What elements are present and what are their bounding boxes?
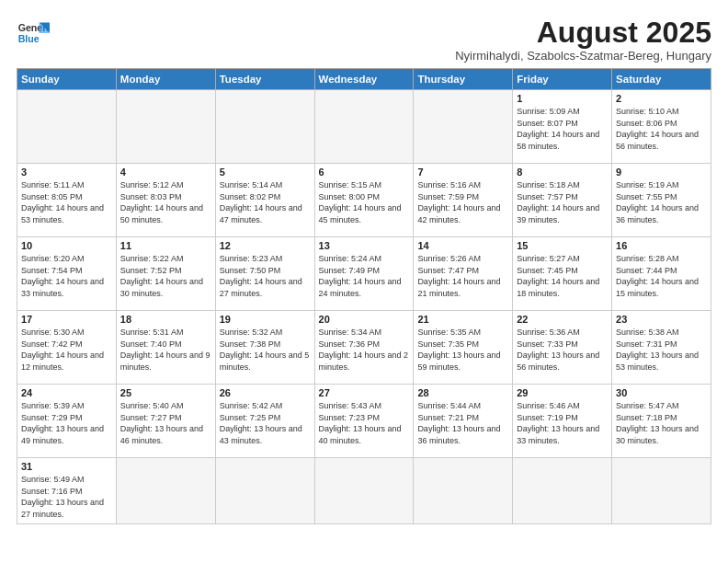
day-info: Sunrise: 5:32 AM Sunset: 7:38 PM Dayligh… (220, 327, 311, 373)
day-number: 4 (120, 167, 211, 178)
day-number: 26 (220, 387, 311, 398)
table-row (414, 458, 513, 523)
table-row: 13Sunrise: 5:24 AM Sunset: 7:49 PM Dayli… (314, 237, 414, 311)
col-tuesday: Tuesday (215, 69, 314, 90)
calendar-week-row: 10Sunrise: 5:20 AM Sunset: 7:54 PM Dayli… (17, 237, 711, 311)
day-info: Sunrise: 5:42 AM Sunset: 7:25 PM Dayligh… (220, 400, 311, 446)
day-number: 27 (319, 387, 410, 398)
table-row: 27Sunrise: 5:43 AM Sunset: 7:23 PM Dayli… (314, 385, 414, 458)
table-row: 3Sunrise: 5:11 AM Sunset: 8:05 PM Daylig… (17, 164, 117, 237)
calendar-header-row: Sunday Monday Tuesday Wednesday Thursday… (17, 69, 711, 90)
day-info: Sunrise: 5:44 AM Sunset: 7:21 PM Dayligh… (417, 400, 508, 446)
day-number: 20 (319, 314, 410, 325)
day-number: 15 (517, 240, 608, 251)
table-row (116, 90, 215, 164)
title-area: August 2025 Nyirmihalydi, Szabolcs-Szatm… (455, 17, 711, 63)
table-row: 14Sunrise: 5:26 AM Sunset: 7:47 PM Dayli… (414, 237, 513, 311)
day-info: Sunrise: 5:15 AM Sunset: 8:00 PM Dayligh… (319, 179, 410, 225)
col-wednesday: Wednesday (314, 69, 414, 90)
table-row (17, 90, 117, 164)
table-row: 1Sunrise: 5:09 AM Sunset: 8:07 PM Daylig… (513, 90, 612, 164)
table-row: 10Sunrise: 5:20 AM Sunset: 7:54 PM Dayli… (17, 237, 117, 311)
table-row: 28Sunrise: 5:44 AM Sunset: 7:21 PM Dayli… (414, 385, 513, 458)
day-number: 5 (220, 167, 311, 178)
day-info: Sunrise: 5:19 AM Sunset: 7:55 PM Dayligh… (616, 179, 707, 225)
table-row: 12Sunrise: 5:23 AM Sunset: 7:50 PM Dayli… (215, 237, 314, 311)
day-number: 19 (220, 314, 311, 325)
col-saturday: Saturday (612, 69, 711, 90)
table-row: 16Sunrise: 5:28 AM Sunset: 7:44 PM Dayli… (612, 237, 711, 311)
table-row: 5Sunrise: 5:14 AM Sunset: 8:02 PM Daylig… (215, 164, 314, 237)
day-info: Sunrise: 5:18 AM Sunset: 7:57 PM Dayligh… (517, 179, 608, 225)
day-info: Sunrise: 5:10 AM Sunset: 8:06 PM Dayligh… (616, 106, 707, 152)
day-info: Sunrise: 5:28 AM Sunset: 7:44 PM Dayligh… (616, 253, 707, 299)
day-number: 1 (517, 93, 608, 104)
calendar-week-row: 24Sunrise: 5:39 AM Sunset: 7:29 PM Dayli… (17, 385, 711, 458)
day-number: 24 (21, 387, 112, 398)
day-info: Sunrise: 5:24 AM Sunset: 7:49 PM Dayligh… (319, 253, 410, 299)
calendar-week-row: 31Sunrise: 5:49 AM Sunset: 7:16 PM Dayli… (17, 458, 711, 523)
table-row: 7Sunrise: 5:16 AM Sunset: 7:59 PM Daylig… (414, 164, 513, 237)
day-info: Sunrise: 5:35 AM Sunset: 7:35 PM Dayligh… (417, 327, 508, 373)
col-monday: Monday (116, 69, 215, 90)
day-number: 25 (120, 387, 211, 398)
table-row: 9Sunrise: 5:19 AM Sunset: 7:55 PM Daylig… (612, 164, 711, 237)
day-number: 10 (21, 240, 112, 251)
location: Nyirmihalydi, Szabolcs-Szatmar-Bereg, Hu… (455, 49, 711, 63)
day-info: Sunrise: 5:30 AM Sunset: 7:42 PM Dayligh… (21, 327, 112, 373)
day-info: Sunrise: 5:22 AM Sunset: 7:52 PM Dayligh… (120, 253, 211, 299)
day-info: Sunrise: 5:26 AM Sunset: 7:47 PM Dayligh… (417, 253, 508, 299)
table-row: 24Sunrise: 5:39 AM Sunset: 7:29 PM Dayli… (17, 385, 117, 458)
day-number: 11 (120, 240, 211, 251)
table-row: 8Sunrise: 5:18 AM Sunset: 7:57 PM Daylig… (513, 164, 612, 237)
table-row: 23Sunrise: 5:38 AM Sunset: 7:31 PM Dayli… (612, 311, 711, 385)
table-row: 29Sunrise: 5:46 AM Sunset: 7:19 PM Dayli… (513, 385, 612, 458)
table-row (612, 458, 711, 523)
day-number: 16 (616, 240, 707, 251)
col-friday: Friday (513, 69, 612, 90)
day-number: 12 (220, 240, 311, 251)
day-number: 18 (120, 314, 211, 325)
table-row: 18Sunrise: 5:31 AM Sunset: 7:40 PM Dayli… (116, 311, 215, 385)
table-row: 21Sunrise: 5:35 AM Sunset: 7:35 PM Dayli… (414, 311, 513, 385)
month-title: August 2025 (455, 17, 711, 49)
col-sunday: Sunday (17, 69, 117, 90)
day-info: Sunrise: 5:23 AM Sunset: 7:50 PM Dayligh… (220, 253, 311, 299)
day-number: 8 (517, 167, 608, 178)
calendar: Sunday Monday Tuesday Wednesday Thursday… (17, 68, 711, 523)
day-info: Sunrise: 5:36 AM Sunset: 7:33 PM Dayligh… (517, 327, 608, 373)
logo: General Blue (17, 17, 50, 50)
day-info: Sunrise: 5:09 AM Sunset: 8:07 PM Dayligh… (517, 106, 608, 152)
table-row: 2Sunrise: 5:10 AM Sunset: 8:06 PM Daylig… (612, 90, 711, 164)
table-row: 15Sunrise: 5:27 AM Sunset: 7:45 PM Dayli… (513, 237, 612, 311)
day-info: Sunrise: 5:16 AM Sunset: 7:59 PM Dayligh… (417, 179, 508, 225)
day-number: 21 (417, 314, 508, 325)
day-number: 31 (21, 461, 112, 472)
table-row: 25Sunrise: 5:40 AM Sunset: 7:27 PM Dayli… (116, 385, 215, 458)
table-row (314, 90, 414, 164)
day-number: 2 (616, 93, 707, 104)
day-info: Sunrise: 5:20 AM Sunset: 7:54 PM Dayligh… (21, 253, 112, 299)
day-info: Sunrise: 5:46 AM Sunset: 7:19 PM Dayligh… (517, 400, 608, 446)
table-row (414, 90, 513, 164)
day-number: 14 (417, 240, 508, 251)
day-number: 23 (616, 314, 707, 325)
day-number: 30 (616, 387, 707, 398)
day-number: 7 (417, 167, 508, 178)
header: General Blue August 2025 Nyirmihalydi, S… (17, 17, 711, 63)
day-info: Sunrise: 5:14 AM Sunset: 8:02 PM Dayligh… (220, 179, 311, 225)
table-row (215, 90, 314, 164)
day-number: 28 (417, 387, 508, 398)
day-info: Sunrise: 5:27 AM Sunset: 7:45 PM Dayligh… (517, 253, 608, 299)
day-info: Sunrise: 5:47 AM Sunset: 7:18 PM Dayligh… (616, 400, 707, 446)
table-row: 26Sunrise: 5:42 AM Sunset: 7:25 PM Dayli… (215, 385, 314, 458)
day-info: Sunrise: 5:34 AM Sunset: 7:36 PM Dayligh… (319, 327, 410, 373)
day-number: 22 (517, 314, 608, 325)
table-row: 4Sunrise: 5:12 AM Sunset: 8:03 PM Daylig… (116, 164, 215, 237)
table-row: 19Sunrise: 5:32 AM Sunset: 7:38 PM Dayli… (215, 311, 314, 385)
calendar-week-row: 17Sunrise: 5:30 AM Sunset: 7:42 PM Dayli… (17, 311, 711, 385)
table-row (513, 458, 612, 523)
table-row: 6Sunrise: 5:15 AM Sunset: 8:00 PM Daylig… (314, 164, 414, 237)
day-number: 6 (319, 167, 410, 178)
table-row: 17Sunrise: 5:30 AM Sunset: 7:42 PM Dayli… (17, 311, 117, 385)
